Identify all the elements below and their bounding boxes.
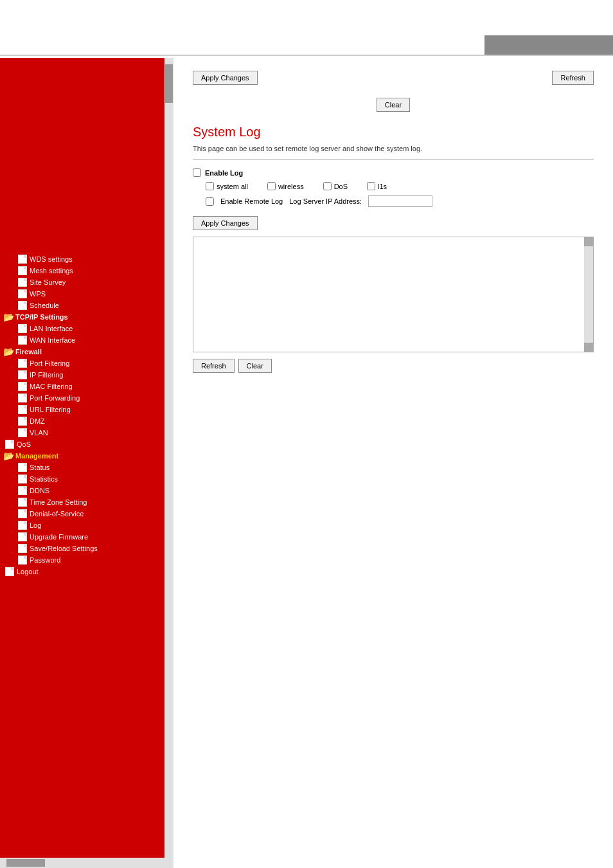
system-all-option: system all (206, 182, 248, 190)
sidebar-item-ddns[interactable]: DDNS (0, 485, 173, 496)
log-options-row: system all wireless DoS l1s (206, 182, 594, 190)
log-output-wrapper (193, 237, 594, 352)
sidebar-label-schedule: Schedule (30, 302, 59, 309)
sidebar-label-firewall: Firewall (15, 348, 42, 356)
file-icon (18, 359, 27, 368)
sidebar-item-port-filtering[interactable]: Port Filtering (0, 357, 173, 369)
file-icon (5, 567, 14, 576)
file-icon (18, 417, 27, 426)
sidebar-label-ip-filtering: IP Filtering (30, 371, 63, 379)
sidebar-item-qos[interactable]: QoS (0, 439, 173, 450)
bottom-clear-button[interactable]: Clear (238, 359, 272, 373)
sidebar-label-management: Management (15, 452, 58, 460)
dos-option: DoS (323, 182, 348, 190)
top-buttons-row: Apply Changes Refresh (193, 71, 594, 85)
sidebar-label-mac-filtering: MAC Filtering (30, 383, 73, 390)
sidebar-item-site-survey[interactable]: Site Survey (0, 276, 173, 288)
sidebar-item-ip-filtering[interactable]: IP Filtering (0, 369, 173, 381)
apply-changes-button[interactable]: Apply Changes (193, 216, 258, 230)
file-icon (18, 498, 27, 507)
sidebar-label-statistics: Statistics (30, 475, 58, 483)
top-refresh-button[interactable]: Refresh (552, 71, 594, 85)
dos-checkbox[interactable] (323, 182, 332, 190)
dos-label: DoS (334, 183, 348, 190)
system-all-label: system all (217, 183, 248, 190)
sidebar-label-logout: Logout (17, 568, 39, 575)
sidebar-scrollbar[interactable] (164, 58, 173, 868)
sidebar-label-dmz: DMZ (30, 417, 45, 425)
sidebar-label-save-reload: Save/Reload Settings (30, 545, 98, 552)
sidebar-item-save-reload[interactable]: Save/Reload Settings (0, 543, 173, 554)
wireless-checkbox[interactable] (267, 182, 276, 190)
bottom-refresh-button[interactable]: Refresh (193, 359, 235, 373)
file-icon (18, 370, 27, 379)
sidebar-item-wan-interface[interactable]: WAN Interface (0, 334, 173, 346)
file-icon (18, 301, 27, 310)
apply-btn-row: Apply Changes (193, 216, 594, 230)
sidebar-label-port-filtering: Port Filtering (30, 359, 69, 367)
file-icon (18, 486, 27, 495)
enable-log-checkbox[interactable] (193, 168, 201, 177)
scrollbar-thumb[interactable] (165, 64, 173, 103)
sidebar-label-wps: WPS (30, 290, 46, 298)
sidebar-section-firewall[interactable]: 📂 Firewall (0, 346, 173, 357)
sidebar-label-lan-interface: LAN Interface (30, 325, 73, 332)
sidebar-item-password[interactable]: Password (0, 554, 173, 566)
enable-remote-log-checkbox[interactable] (206, 197, 214, 206)
sidebar-item-time-zone[interactable]: Time Zone Setting (0, 496, 173, 508)
sidebar-label-site-survey: Site Survey (30, 278, 66, 286)
scrollbar-top-arrow[interactable] (584, 237, 593, 246)
sidebar-item-lan-interface[interactable]: LAN Interface (0, 323, 173, 334)
sidebar-label-log: Log (30, 521, 41, 529)
sidebar-item-status[interactable]: Status (0, 462, 173, 473)
folder-open-icon: 📂 (4, 312, 13, 321)
log-output-textarea[interactable] (193, 237, 593, 352)
sidebar-item-denial-of-service[interactable]: Denial-of-Service (0, 508, 173, 520)
file-icon (18, 475, 27, 484)
system-log-section: System Log This page can be used to set … (193, 125, 594, 373)
sidebar-item-logout[interactable]: Logout (0, 566, 173, 577)
sidebar-item-schedule[interactable]: Schedule (0, 300, 173, 311)
sidebar-item-statistics[interactable]: Statistics (0, 473, 173, 485)
sidebar-label-mesh-settings: Mesh settings (30, 267, 73, 275)
sidebar-item-log[interactable]: Log (0, 520, 173, 531)
sidebar-section-tcpip[interactable]: 📂 TCP/IP Settings (0, 311, 173, 323)
log-scrollbar[interactable] (584, 237, 593, 352)
file-icon (18, 324, 27, 333)
sidebar-section-management[interactable]: 📂 Management (0, 450, 173, 462)
file-icon (18, 428, 27, 437)
system-all-checkbox[interactable] (206, 182, 214, 190)
file-icon (18, 289, 27, 298)
top-line (0, 55, 613, 56)
file-icon (18, 336, 27, 345)
log-server-ip-label: Log Server IP Address: (289, 197, 362, 205)
l1s-checkbox[interactable] (367, 182, 375, 190)
scrollbar-h-thumb[interactable] (6, 859, 45, 867)
sidebar-item-wds-settings[interactable]: WDS settings (0, 253, 173, 265)
sidebar-label-wan-interface: WAN Interface (30, 336, 75, 344)
file-icon (18, 463, 27, 472)
clear-row: Clear (193, 98, 594, 112)
sidebar-item-port-forwarding[interactable]: Port Forwarding (0, 392, 173, 404)
sidebar-item-mac-filtering[interactable]: MAC Filtering (0, 381, 173, 392)
sidebar-label-time-zone: Time Zone Setting (30, 498, 87, 506)
sidebar: WDS settings Mesh settings Site Survey W… (0, 58, 173, 868)
sidebar-item-mesh-settings[interactable]: Mesh settings (0, 265, 173, 276)
sidebar-item-upgrade-firmware[interactable]: Upgrade Firmware (0, 531, 173, 543)
sidebar-label-wds-settings: WDS settings (30, 255, 73, 263)
top-apply-changes-button[interactable]: Apply Changes (193, 71, 258, 85)
log-server-ip-input[interactable] (368, 195, 432, 207)
l1s-label: l1s (378, 183, 387, 190)
top-clear-button[interactable]: Clear (377, 98, 410, 112)
sidebar-item-url-filtering[interactable]: URL Filtering (0, 404, 173, 415)
sidebar-item-vlan[interactable]: VLAN (0, 427, 173, 439)
file-icon (18, 521, 27, 530)
sidebar-item-dmz[interactable]: DMZ (0, 415, 173, 427)
file-icon (18, 278, 27, 287)
enable-log-label: Enable Log (205, 169, 243, 177)
scrollbar-bottom-arrow[interactable] (584, 343, 593, 352)
sidebar-bottom-scrollbar[interactable] (0, 858, 164, 868)
sidebar-label-status: Status (30, 464, 49, 471)
sidebar-item-wps[interactable]: WPS (0, 288, 173, 300)
file-icon (5, 440, 14, 449)
